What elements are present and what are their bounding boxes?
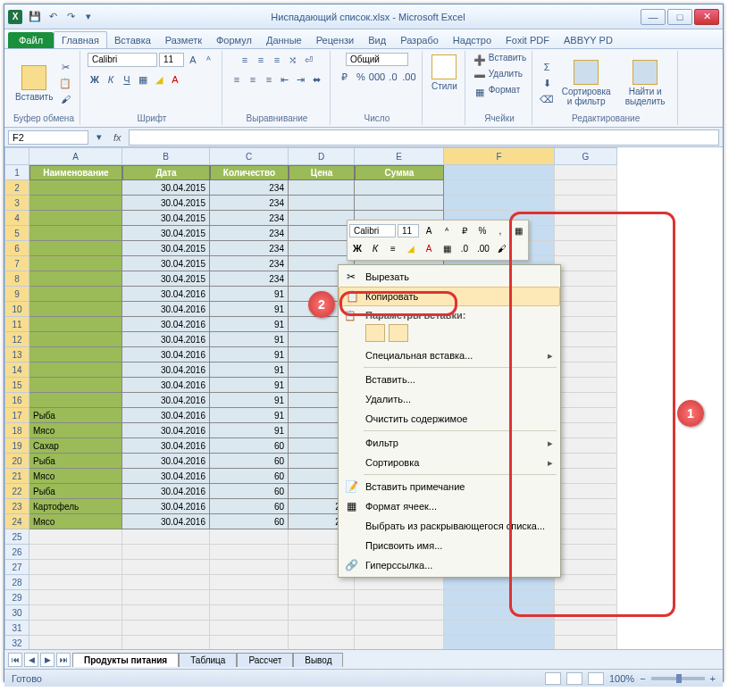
cell[interactable] [210,636,289,649]
cell[interactable] [29,241,122,256]
cell[interactable] [555,408,617,423]
view-normal-icon[interactable] [545,672,561,685]
ctx-hyperlink[interactable]: 🔗Гиперссылка... [339,555,560,575]
currency-icon[interactable]: ₽ [338,70,352,84]
cell[interactable] [355,621,444,636]
cell[interactable] [29,378,122,393]
zoom-slider[interactable] [651,677,705,680]
indent-dec-icon[interactable]: ⇤ [278,72,292,87]
row-header-17[interactable]: 17 [4,408,29,423]
ctx-filter[interactable]: Фильтр▸ [339,433,560,453]
bold-icon[interactable]: Ж [88,72,102,87]
cell[interactable] [555,529,617,545]
cell[interactable] [444,621,555,636]
cell[interactable] [444,165,555,180]
cell[interactable] [29,287,122,302]
cell[interactable]: 60 [210,438,289,454]
cell[interactable] [210,575,289,590]
cell[interactable] [29,393,122,408]
cell[interactable] [355,180,444,196]
cell[interactable]: 30.04.2016 [122,332,210,347]
inc-decimal-icon[interactable]: .0 [386,70,400,84]
paste-option-2-icon[interactable] [389,324,408,342]
ctx-copy[interactable]: 📋Копировать [339,287,560,306]
cell[interactable]: 30.04.2016 [122,393,210,408]
mini-italic-icon[interactable]: К [367,240,383,256]
ctx-insert[interactable]: Вставить... [339,370,560,389]
mini-grow-font-icon[interactable]: A [421,222,437,238]
cell[interactable] [29,529,122,545]
cell[interactable] [555,484,617,499]
cell[interactable]: 91 [210,332,289,347]
cell[interactable] [355,605,444,621]
cell[interactable] [122,590,210,605]
cell[interactable] [555,226,617,241]
cell[interactable] [29,196,122,211]
mini-bold-icon[interactable]: Ж [349,240,365,256]
cell[interactable]: 30.04.2016 [122,362,210,378]
cell[interactable] [210,529,289,545]
row-header-18[interactable]: 18 [4,423,29,438]
tab-layout[interactable]: Разметк [158,32,209,48]
row-header-9[interactable]: 9 [4,287,29,302]
cell[interactable]: 60 [210,499,289,514]
ctx-define-name[interactable]: Присвоить имя... [339,536,560,555]
cell[interactable]: 91 [210,423,289,438]
row-header-6[interactable]: 6 [4,241,29,256]
cell[interactable]: 30.04.2016 [122,514,210,529]
cell[interactable] [555,454,617,469]
row-header-1[interactable]: 1 [4,165,29,180]
cell[interactable]: Картофель [29,499,122,514]
table-header[interactable]: Сумма [355,165,444,180]
cell[interactable] [289,211,355,226]
cell[interactable] [555,575,617,590]
sheet-nav-last-icon[interactable]: ⏭ [56,653,71,667]
sheet-tab[interactable]: Рассчет [237,653,293,667]
tab-abbyy[interactable]: ABBYY PD [557,32,620,48]
cell[interactable]: 30.04.2016 [122,317,210,332]
cell[interactable] [122,529,210,545]
sheet-tab[interactable]: Вывод [293,653,343,667]
cell[interactable]: Рыба [29,408,122,423]
cell[interactable] [210,590,289,605]
cell[interactable] [555,438,617,454]
cell[interactable] [555,378,617,393]
cell[interactable]: 91 [210,408,289,423]
percent-icon[interactable]: % [354,70,368,84]
mini-fill-icon[interactable]: ◢ [403,240,419,256]
sheet-nav-prev-icon[interactable]: ◀ [24,653,38,667]
cell[interactable] [29,590,122,605]
cell[interactable] [555,469,617,484]
cell[interactable] [444,636,555,649]
mini-align-icon[interactable]: ≡ [385,240,401,256]
minimize-button[interactable]: — [641,9,666,25]
cell[interactable]: 30.04.2016 [122,454,210,469]
align-right-icon[interactable]: ≡ [262,72,276,87]
row-header-3[interactable]: 3 [4,196,29,211]
row-header-11[interactable]: 11 [4,317,29,332]
ctx-clear[interactable]: Очистить содержимое [339,409,560,429]
fx-icon[interactable]: fx [106,132,129,143]
cell[interactable] [289,636,355,649]
col-header-D[interactable]: D [289,147,355,165]
cell[interactable] [29,575,122,590]
sheet-tab[interactable]: Таблица [179,653,237,667]
sheet-nav-first-icon[interactable]: ⏮ [8,653,22,667]
cell[interactable] [555,287,617,302]
col-header-G[interactable]: G [555,147,617,165]
tab-insert[interactable]: Вставка [107,32,158,48]
cell[interactable] [555,393,617,408]
cell[interactable]: 91 [210,317,289,332]
mini-currency-icon[interactable]: ₽ [457,222,473,238]
row-header-15[interactable]: 15 [4,378,29,393]
row-header-21[interactable]: 21 [4,469,29,484]
cell[interactable]: 30.04.2016 [122,408,210,423]
cell[interactable]: 234 [210,271,289,287]
redo-icon[interactable]: ↷ [63,10,78,24]
row-header-13[interactable]: 13 [4,347,29,362]
undo-icon[interactable]: ↶ [46,10,60,24]
cell[interactable] [29,256,122,271]
cell[interactable] [289,241,355,256]
mini-font-color-icon[interactable]: A [421,240,437,256]
row-header-22[interactable]: 22 [4,484,29,499]
